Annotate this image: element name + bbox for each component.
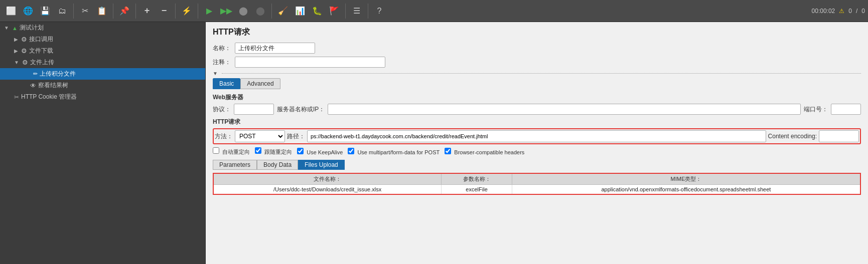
browser-compat-checkbox[interactable]	[445, 148, 451, 154]
method-select[interactable]: POST GET PUT DELETE	[235, 130, 285, 142]
arrow-ul: ▼	[14, 60, 19, 65]
follow-redirect-text: 跟随重定向	[264, 149, 292, 155]
comment-label: 注释：	[213, 58, 231, 67]
sidebar-item-label-file-upload: 文件上传	[30, 58, 54, 67]
auto-redirect-text: 自动重定向	[222, 149, 250, 155]
sidebar: ▼ ▲ 测试计划 ▶ ⚙ 接口调用 ▶ ⚙ 文件下载 ▼ ⚙ 文件上传 ✏ 上传…	[0, 22, 206, 264]
sub-tab-parameters[interactable]: Parameters	[213, 160, 257, 170]
sub-tabs: Parameters Body Data Files Upload	[213, 160, 861, 170]
port-input[interactable]	[831, 104, 861, 115]
tab-basic[interactable]: Basic	[213, 78, 240, 89]
help-button[interactable]: ?	[371, 3, 387, 19]
server-label: 服务器名称或IP：	[277, 105, 325, 114]
shutdown-button[interactable]: ⬤	[252, 3, 268, 19]
table-row[interactable]: /Users/ddc-test/Downloads/credit_issue.x…	[213, 185, 860, 195]
save-button[interactable]: 💾	[37, 3, 53, 19]
sidebar-item-label-api-call: 接口调用	[29, 35, 53, 44]
tab-advanced[interactable]: Advanced	[240, 78, 280, 89]
start-nopause-button[interactable]: ▶▶	[218, 3, 234, 19]
server-row: 协议： 服务器名称或IP： 端口号：	[213, 104, 861, 115]
list-button[interactable]: ☰	[349, 3, 365, 19]
follow-redirect-label[interactable]: 跟随重定向	[255, 147, 292, 156]
sidebar-item-upload-integral[interactable]: ✏ 上传积分文件	[0, 68, 205, 80]
browse-button[interactable]: ⚡	[179, 3, 195, 19]
cut-button[interactable]: ✂	[77, 3, 93, 19]
cell-paramname: excelFile	[442, 185, 512, 195]
content-panel: HTTP请求 名称： 注释： ▼ Basic Advanced Web服务器 协…	[206, 22, 868, 264]
sub-tab-body-data[interactable]: Body Data	[257, 160, 298, 170]
warning-icon: ⚠	[839, 8, 844, 15]
arrow-test-plan: ▼	[4, 25, 9, 31]
col-mimetype: MIME类型：	[512, 173, 860, 185]
flag-button[interactable]: 🚩	[326, 3, 342, 19]
debug-button[interactable]: 🐛	[309, 3, 325, 19]
report-button[interactable]: 📊	[292, 3, 308, 19]
follow-redirect-checkbox[interactable]	[255, 147, 261, 154]
multipart-label[interactable]: Use multipart/form-data for POST	[348, 148, 440, 155]
sidebar-item-test-plan[interactable]: ▼ ▲ 测试计划	[0, 22, 205, 34]
cell-mimetype: application/vnd.openxmlformats-officedoc…	[512, 185, 860, 195]
sep1	[73, 4, 74, 19]
sidebar-item-http-cookie[interactable]: ✂ HTTP Cookie 管理器	[0, 91, 205, 103]
protocol-input[interactable]	[234, 104, 274, 115]
protocol-label: 协议：	[213, 105, 231, 114]
method-label: 方法：	[215, 132, 233, 141]
use-keepalive-checkbox[interactable]	[297, 148, 304, 154]
content-encoding-label: Content encoding:	[768, 133, 817, 140]
path-label: 路径：	[287, 132, 305, 141]
cell-filename: /Users/ddc-test/Downloads/credit_issue.x…	[213, 185, 442, 195]
use-keepalive-label[interactable]: Use KeepAlive	[297, 148, 343, 155]
timer-display: 00:00:02	[812, 8, 835, 15]
clear-button[interactable]: 🧹	[275, 3, 291, 19]
multipart-checkbox[interactable]	[348, 148, 354, 154]
sidebar-item-api-call[interactable]: ▶ ⚙ 接口调用	[0, 34, 205, 45]
main-container: ▼ ▲ 测试计划 ▶ ⚙ 接口调用 ▶ ⚙ 文件下载 ▼ ⚙ 文件上传 ✏ 上传…	[0, 22, 868, 264]
stop-button[interactable]: ⬤	[235, 3, 251, 19]
name-input[interactable]	[235, 43, 315, 54]
error-count: 0	[861, 8, 865, 15]
upload-integral-icon: ✏	[33, 71, 38, 77]
sidebar-item-file-download[interactable]: ▶ ⚙ 文件下载	[0, 45, 205, 57]
start-button[interactable]: ▶	[201, 3, 217, 19]
sep4	[175, 4, 176, 19]
auto-redirect-label[interactable]: 自动重定向	[213, 147, 250, 156]
server-input[interactable]	[328, 104, 801, 115]
timer-section: 00:00:02 ⚠ 0 / 0	[812, 8, 865, 15]
checkboxes-row: 自动重定向 跟随重定向 Use KeepAlive Use multipart/…	[213, 147, 861, 156]
save-as-button[interactable]: 🗂	[54, 3, 70, 19]
name-row: 名称：	[213, 43, 861, 54]
main-tabs: Basic Advanced	[213, 78, 861, 89]
table-header-row: 文件名称： 参数名称： MIME类型：	[213, 173, 860, 185]
auto-redirect-checkbox[interactable]	[213, 147, 219, 154]
comment-row: 注释：	[213, 57, 861, 68]
comment-input[interactable]	[235, 57, 385, 68]
sep3	[135, 4, 136, 19]
new-button[interactable]: ⬜	[3, 3, 19, 19]
sub-tab-files-upload[interactable]: Files Upload	[298, 160, 345, 170]
add-button[interactable]: +	[139, 3, 155, 19]
files-table: 文件名称： 参数名称： MIME类型： /Users/ddc-test/Down…	[213, 173, 861, 195]
sidebar-item-label-http-cookie: HTTP Cookie 管理器	[21, 93, 77, 101]
web-server-label: Web服务器	[213, 93, 861, 102]
multipart-text: Use multipart/form-data for POST	[357, 149, 440, 155]
file-upload-icon: ⚙	[22, 59, 28, 66]
sep6	[271, 4, 272, 19]
paste-button[interactable]: 📌	[116, 3, 132, 19]
http-cookie-icon: ✂	[14, 94, 19, 101]
sidebar-item-label-upload-integral: 上传积分文件	[40, 70, 76, 78]
open-button[interactable]: 🌐	[20, 3, 36, 19]
collapse-arrow-icon[interactable]: ▼	[213, 71, 218, 76]
browser-compat-text: Browser-compatible headers	[454, 149, 524, 155]
page-title: HTTP请求	[213, 27, 861, 38]
sidebar-item-file-upload[interactable]: ▼ ⚙ 文件上传	[0, 57, 205, 68]
port-label: 端口号：	[804, 105, 828, 114]
sidebar-item-view-results[interactable]: 👁 察看结果树	[0, 80, 205, 91]
copy-button[interactable]: 📋	[94, 3, 110, 19]
remove-button[interactable]: −	[156, 3, 172, 19]
path-input[interactable]	[307, 130, 766, 142]
http-request-label: HTTP请求	[213, 118, 861, 126]
browser-compat-label[interactable]: Browser-compatible headers	[445, 148, 524, 155]
content-encoding-input[interactable]	[819, 130, 859, 142]
view-results-icon: 👁	[30, 82, 36, 89]
sidebar-item-label-file-download: 文件下载	[29, 47, 53, 55]
